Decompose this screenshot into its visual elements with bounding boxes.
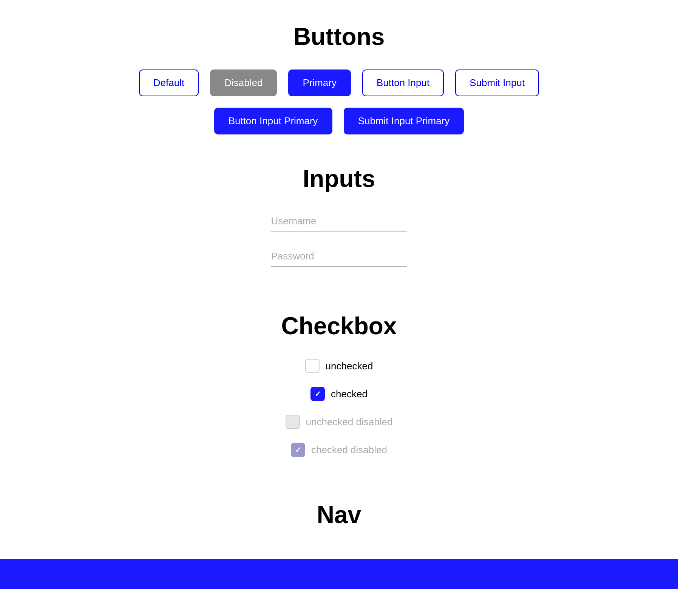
username-input[interactable] xyxy=(271,212,407,232)
checked-checkbox[interactable]: ✓ xyxy=(310,387,325,401)
default-button[interactable]: Default xyxy=(139,69,199,96)
inputs-title: Inputs xyxy=(303,165,375,193)
checked-label: checked xyxy=(331,388,368,400)
checkmark-icon: ✓ xyxy=(315,389,321,398)
unchecked-disabled-checkbox xyxy=(286,415,300,429)
password-input[interactable] xyxy=(271,247,407,267)
buttons-row2: Button Input Primary Submit Input Primar… xyxy=(214,108,464,134)
username-wrapper xyxy=(271,212,407,232)
disabled-button: Disabled xyxy=(210,69,277,96)
nav-bar xyxy=(0,559,678,589)
submit-input-primary-button[interactable]: Submit Input Primary xyxy=(344,108,464,134)
checked-disabled-checkbox-row: ✓ checked disabled xyxy=(291,443,387,457)
unchecked-label: unchecked xyxy=(326,360,373,372)
password-wrapper xyxy=(271,247,407,267)
unchecked-disabled-checkbox-row: unchecked disabled xyxy=(286,415,393,429)
button-input-primary-button[interactable]: Button Input Primary xyxy=(214,108,332,134)
nav-title: Nav xyxy=(317,501,361,529)
button-input-button[interactable]: Button Input xyxy=(362,69,444,96)
unchecked-disabled-label: unchecked disabled xyxy=(306,416,393,428)
buttons-title: Buttons xyxy=(293,23,385,51)
inputs-section: Inputs xyxy=(0,165,678,282)
primary-button[interactable]: Primary xyxy=(288,69,351,96)
checkmark-disabled-icon: ✓ xyxy=(295,445,301,454)
nav-section: Nav xyxy=(0,501,678,589)
checkbox-title: Checkbox xyxy=(281,312,397,340)
page-container: Buttons Default Disabled Primary Button … xyxy=(0,0,678,589)
unchecked-checkbox[interactable] xyxy=(305,359,320,373)
checked-disabled-checkbox: ✓ xyxy=(291,443,305,457)
buttons-row1: Default Disabled Primary Button Input Su… xyxy=(139,69,539,96)
checked-disabled-label: checked disabled xyxy=(311,444,387,456)
checked-checkbox-row: ✓ checked xyxy=(310,387,368,401)
unchecked-checkbox-row: unchecked xyxy=(305,359,373,373)
submit-input-button[interactable]: Submit Input xyxy=(455,69,539,96)
checkbox-section: Checkbox unchecked ✓ checked unchecked d… xyxy=(0,312,678,471)
